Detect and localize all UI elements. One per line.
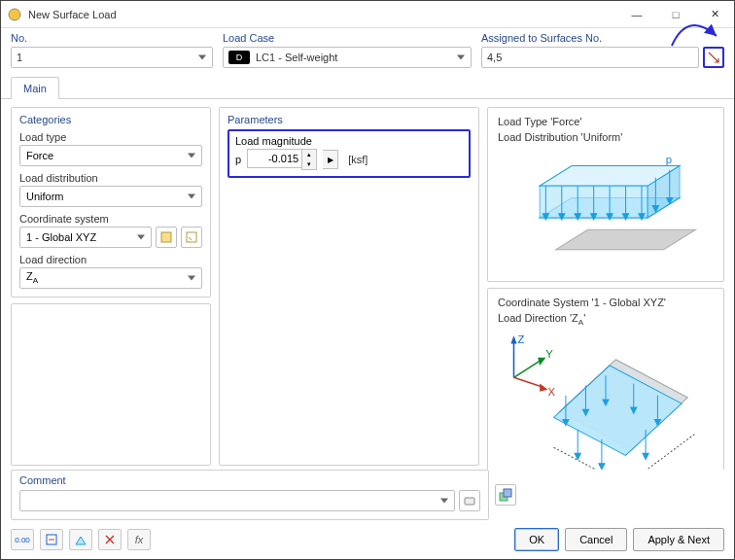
preview-2-panel: Coordinate System 1 - Global XYZ Load Di…: [487, 288, 724, 470]
svg-text:X: X: [547, 386, 555, 398]
fx-icon[interactable]: fx: [127, 529, 151, 550]
no-value: 1: [17, 52, 22, 63]
coord-sys-label: Coordinate system: [19, 213, 202, 225]
categories-panel: Categories Load type Force Load distribu…: [11, 107, 211, 298]
svg-text:Z: Z: [518, 333, 525, 345]
no-label: No.: [11, 32, 213, 44]
step-next-button[interactable]: ▶: [323, 150, 338, 169]
svg-text:Y: Y: [545, 347, 553, 359]
categories-spacer: [11, 303, 211, 466]
spinner-down[interactable]: ▾: [302, 159, 316, 169]
svg-rect-1: [161, 232, 171, 242]
show-icon[interactable]: [69, 529, 92, 550]
load-magnitude-input[interactable]: [247, 149, 301, 168]
preview-1-line-1: Load Type Force: [498, 116, 716, 127]
svg-marker-36: [554, 366, 682, 455]
load-type-select[interactable]: Force: [19, 145, 202, 166]
comment-title: Comment: [19, 474, 480, 486]
spinner-up[interactable]: ▴: [302, 150, 316, 159]
preview-options-button[interactable]: [495, 484, 516, 506]
preview-p-label: p: [666, 154, 672, 165]
load-dist-select[interactable]: Uniform: [19, 186, 202, 207]
close-button[interactable]: ✕: [695, 1, 734, 28]
loadcase-field[interactable]: D LC1 - Self-weight: [223, 47, 472, 68]
svg-line-53: [554, 447, 626, 470]
svg-rect-2: [187, 232, 196, 242]
svg-point-0: [9, 9, 20, 20]
parameters-panel: Parameters Load magnitude p ▴ ▾ ▶: [219, 107, 479, 466]
load-type-label: Load type: [19, 131, 202, 143]
svg-marker-30: [538, 357, 545, 365]
loadcase-value: LC1 - Self-weight: [256, 52, 337, 63]
coord-sys-edit-button[interactable]: [181, 227, 202, 248]
no-field[interactable]: 1: [11, 47, 213, 68]
load-dist-value: Uniform: [26, 191, 64, 202]
assigned-label: Assigned to Surfaces No.: [481, 32, 724, 44]
svg-rect-55: [465, 498, 474, 505]
loadcase-swatch: D: [228, 51, 250, 64]
comment-pick-button[interactable]: [459, 490, 480, 511]
tab-main[interactable]: Main: [11, 77, 59, 99]
svg-rect-57: [504, 489, 511, 497]
comment-panel: Comment: [11, 470, 489, 520]
assigned-value: 4,5: [487, 52, 502, 63]
minimize-button[interactable]: —: [617, 1, 656, 28]
cancel-button[interactable]: Cancel: [565, 528, 627, 551]
coord-axes-icon: Z Y X: [510, 333, 555, 397]
svg-marker-48: [643, 453, 648, 459]
assigned-field[interactable]: 4,5: [481, 47, 699, 68]
load-magnitude-spinner[interactable]: ▴ ▾: [247, 149, 317, 170]
preview-1-line-2: Load Distribution Uniform: [498, 131, 716, 143]
title-bar: New Surface Load — □ ✕: [1, 1, 734, 28]
load-dir-select[interactable]: ZA: [19, 267, 202, 289]
loadcase-label: Load Case: [223, 32, 472, 44]
apply-next-button[interactable]: Apply & Next: [633, 528, 724, 551]
preview-2-line-1: Coordinate System 1 - Global XYZ: [498, 297, 716, 308]
svg-marker-33: [540, 383, 547, 391]
preview-1-image: p: [496, 145, 716, 277]
ok-button[interactable]: OK: [514, 528, 559, 551]
parameters-title: Parameters: [228, 114, 471, 125]
window-title: New Surface Load: [28, 9, 617, 20]
svg-marker-60: [76, 537, 86, 544]
load-dist-label: Load distribution: [19, 172, 202, 184]
param-symbol: p: [235, 154, 241, 165]
svg-line-29: [513, 360, 542, 377]
delete-icon[interactable]: [98, 529, 122, 550]
coord-sys-value: 1 - Global XYZ: [26, 231, 96, 243]
load-dir-label: Load direction: [19, 254, 202, 265]
coord-sys-select[interactable]: 1 - Global XYZ: [19, 227, 152, 248]
preview-1-panel: Load Type Force Load Distribution Unifor…: [487, 107, 724, 282]
maximize-button[interactable]: □: [656, 1, 695, 28]
calc-icon[interactable]: [40, 529, 63, 550]
preview-2-line-2: Load Direction 'ZA': [498, 312, 716, 327]
svg-marker-27: [510, 335, 516, 343]
pick-surfaces-button[interactable]: [703, 47, 724, 68]
load-magnitude-unit: [ksf]: [348, 154, 368, 165]
svg-marker-3: [556, 229, 696, 250]
load-dir-value: ZA: [26, 270, 38, 285]
comment-field[interactable]: [19, 490, 455, 511]
categories-title: Categories: [19, 114, 202, 125]
load-magnitude-group: Load magnitude p ▴ ▾ ▶ [ksf]: [228, 129, 471, 178]
svg-marker-50: [599, 463, 605, 469]
load-type-value: Force: [26, 150, 53, 161]
coord-sys-new-button[interactable]: [156, 227, 177, 248]
load-magnitude-label: Load magnitude: [235, 135, 463, 147]
svg-line-32: [513, 377, 543, 387]
preview-2-image: Z Y X: [496, 329, 716, 470]
units-icon[interactable]: 0.00: [11, 529, 34, 550]
app-icon: [7, 7, 22, 22]
